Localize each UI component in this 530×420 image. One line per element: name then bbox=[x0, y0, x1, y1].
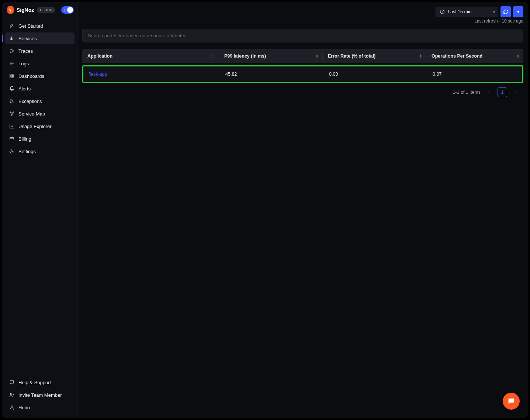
sidebar-item-traces[interactable]: Traces bbox=[5, 45, 75, 57]
svg-rect-7 bbox=[12, 74, 14, 76]
search-placeholder: Search and Filter based on resource attr… bbox=[88, 33, 188, 38]
sidebar-item-label: Usage Explorer bbox=[18, 124, 52, 129]
pager-next[interactable]: › bbox=[511, 87, 520, 97]
sort-icon[interactable]: ▴▾ bbox=[316, 54, 318, 58]
sidebar-item-get-started[interactable]: Get Started bbox=[5, 20, 75, 32]
svg-rect-14 bbox=[10, 138, 14, 140]
application-link[interactable]: flask-app bbox=[83, 66, 220, 82]
toggle-knob bbox=[67, 7, 73, 13]
highlighted-row: flask-app 45.82 0.00 0.07 bbox=[82, 65, 523, 83]
svg-rect-9 bbox=[12, 76, 14, 78]
main-panel: Last 15 min ▾ ▾ Last refresh - 10 sec ag… bbox=[78, 2, 528, 418]
sidebar-header: SigNoz CLOUD ☾ bbox=[2, 2, 77, 18]
sidebar-item-invite[interactable]: Invite Team Member bbox=[5, 389, 75, 401]
svg-point-17 bbox=[11, 406, 13, 407]
pager-summary: 1-1 of 1 items bbox=[453, 90, 481, 95]
branch-icon bbox=[9, 48, 15, 54]
sidebar-item-label: Billing bbox=[18, 136, 31, 142]
page-number: 1 bbox=[501, 90, 504, 95]
sidebar-item-label: Invite Team Member bbox=[18, 392, 62, 398]
sidebar-item-user[interactable]: Hobo bbox=[5, 402, 75, 413]
svg-rect-1 bbox=[11, 37, 12, 40]
sidebar-item-services[interactable]: Services bbox=[5, 32, 75, 44]
svg-rect-6 bbox=[10, 74, 11, 76]
brand-logo bbox=[7, 6, 14, 14]
user-plus-icon bbox=[9, 392, 15, 398]
theme-toggle[interactable]: ☾ bbox=[61, 6, 74, 14]
table-row[interactable]: flask-app 45.82 0.00 0.07 bbox=[83, 66, 522, 82]
pager-page-1[interactable]: 1 bbox=[498, 87, 507, 97]
sidebar-item-service-map[interactable]: Service Map bbox=[5, 108, 75, 120]
chevron-right-icon: › bbox=[515, 90, 516, 95]
sidebar-nav: Get Started Services Traces Logs bbox=[2, 18, 77, 374]
sidebar-item-exceptions[interactable]: Exceptions bbox=[5, 95, 75, 107]
svg-rect-8 bbox=[10, 76, 11, 78]
svg-rect-0 bbox=[10, 38, 11, 40]
col-error-rate[interactable]: Error Rate (% of total) ▴▾ bbox=[323, 49, 426, 63]
pager-prev[interactable]: ‹ bbox=[484, 87, 494, 97]
gear-icon bbox=[9, 148, 15, 154]
time-range-picker[interactable]: Last 15 min ▾ bbox=[436, 7, 498, 17]
list-icon bbox=[9, 61, 15, 66]
card-icon bbox=[9, 136, 15, 142]
chart-icon bbox=[9, 123, 15, 129]
table-header: Application P99 latency (in ms) ▴▾ Error… bbox=[82, 49, 523, 63]
time-range-label: Last 15 min bbox=[448, 9, 472, 14]
sidebar-item-label: Help & Support bbox=[18, 380, 51, 385]
col-label: Error Rate (% of total) bbox=[328, 54, 375, 59]
col-ops[interactable]: Operations Per Second ▴▾ bbox=[426, 49, 523, 63]
svg-point-11 bbox=[10, 112, 11, 113]
search-input[interactable]: Search and Filter based on resource attr… bbox=[82, 29, 523, 42]
topbar: Last 15 min ▾ ▾ bbox=[78, 2, 528, 18]
col-label: P99 latency (in ms) bbox=[224, 54, 266, 59]
bars-icon bbox=[9, 35, 15, 41]
cloud-badge: CLOUD bbox=[37, 7, 55, 13]
user-icon bbox=[9, 404, 15, 410]
content-area: Search and Filter based on resource attr… bbox=[78, 18, 528, 106]
svg-point-19 bbox=[211, 55, 213, 57]
refresh-button[interactable] bbox=[500, 6, 511, 17]
pagination: 1-1 of 1 items ‹ 1 › bbox=[82, 83, 523, 101]
svg-point-10 bbox=[11, 100, 13, 102]
last-refresh-text: Last refresh - 10 sec ago bbox=[474, 18, 523, 24]
bell-icon bbox=[9, 86, 15, 92]
sidebar-item-dashboards[interactable]: Dashboards bbox=[5, 70, 75, 82]
sidebar-item-label: Hobo bbox=[18, 405, 30, 410]
sidebar-item-label: Traces bbox=[18, 48, 33, 54]
sidebar-item-billing[interactable]: Billing bbox=[5, 133, 75, 145]
map-icon bbox=[9, 111, 15, 117]
cell-ops: 0.07 bbox=[427, 66, 522, 82]
cell-p99: 45.82 bbox=[220, 66, 323, 82]
svg-rect-2 bbox=[13, 39, 13, 40]
search-icon[interactable] bbox=[210, 54, 214, 58]
sidebar: SigNoz CLOUD ☾ Get Started Services bbox=[2, 2, 78, 418]
svg-point-12 bbox=[13, 112, 14, 113]
refresh-interval-button[interactable]: ▾ bbox=[513, 6, 523, 17]
grid-icon bbox=[9, 73, 15, 79]
sort-icon[interactable]: ▴▾ bbox=[420, 54, 422, 58]
intercom-fab[interactable] bbox=[503, 393, 520, 410]
sort-icon[interactable]: ▴▾ bbox=[517, 54, 519, 58]
chevron-down-icon: ▾ bbox=[493, 10, 495, 14]
sidebar-footer: Help & Support Invite Team Member Hobo bbox=[2, 374, 77, 418]
sidebar-item-alerts[interactable]: Alerts bbox=[5, 83, 75, 94]
sidebar-item-help[interactable]: Help & Support bbox=[5, 376, 75, 388]
col-application[interactable]: Application bbox=[82, 49, 219, 63]
sidebar-item-usage-explorer[interactable]: Usage Explorer bbox=[5, 120, 75, 132]
brand-name: SigNoz bbox=[17, 7, 34, 13]
sidebar-item-logs[interactable]: Logs bbox=[5, 58, 75, 69]
rocket-icon bbox=[9, 23, 15, 29]
col-label: Application bbox=[87, 54, 112, 59]
sidebar-item-label: Logs bbox=[18, 61, 29, 66]
sidebar-item-settings[interactable]: Settings bbox=[5, 145, 75, 157]
sidebar-item-label: Alerts bbox=[18, 86, 31, 92]
col-p99[interactable]: P99 latency (in ms) ▴▾ bbox=[219, 49, 322, 63]
sidebar-item-label: Services bbox=[18, 36, 37, 41]
chevron-left-icon: ‹ bbox=[488, 90, 490, 95]
svg-point-5 bbox=[13, 51, 13, 51]
svg-point-3 bbox=[10, 49, 11, 50]
sidebar-item-label: Exceptions bbox=[18, 99, 42, 104]
services-table: Application P99 latency (in ms) ▴▾ Error… bbox=[82, 49, 523, 101]
bug-icon bbox=[9, 98, 15, 104]
svg-point-16 bbox=[10, 393, 12, 395]
